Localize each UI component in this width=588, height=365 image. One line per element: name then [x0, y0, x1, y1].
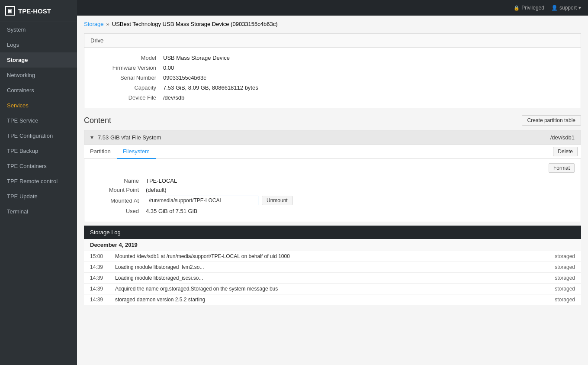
- drive-model-row: Model USB Mass Storage Device: [90, 53, 575, 63]
- log-source-1: storaged: [511, 262, 581, 273]
- drive-capacity-label: Capacity: [90, 83, 160, 93]
- fs-name-label: Name: [90, 176, 142, 185]
- log-message-3: Acquired the name org.storaged.Storaged …: [109, 284, 511, 294]
- log-time-1: 14:39: [84, 262, 109, 273]
- tab-bar: Partition Filesystem Delete: [84, 145, 581, 159]
- log-message-4: storaged daemon version 2.5.2 starting: [109, 294, 511, 305]
- log-entry-4: 14:39 storaged daemon version 2.5.2 star…: [84, 294, 581, 305]
- breadcrumb-device: USBest Technology USB Mass Storage Devic…: [112, 21, 278, 27]
- fs-mounted-at-row: Mounted At Unmount: [90, 194, 575, 207]
- user-menu[interactable]: 👤 support ▾: [551, 5, 581, 11]
- logo-icon: ▣: [5, 6, 15, 16]
- drive-capacity-value: 7.53 GiB, 8.09 GB, 8086618112 bytes: [160, 83, 575, 93]
- delete-button[interactable]: Delete: [553, 147, 578, 156]
- sidebar-item-storage[interactable]: Storage: [0, 52, 77, 68]
- mounted-at-input[interactable]: [146, 196, 258, 205]
- sidebar-item-networking[interactable]: Networking: [0, 68, 77, 83]
- privileged-label: Privileged: [521, 5, 544, 11]
- drive-model-label: Model: [90, 53, 160, 63]
- sidebar-item-system[interactable]: System: [0, 22, 77, 37]
- app-logo: ▣ TPE-HOST: [0, 0, 77, 22]
- storage-log-table: 15:00 Mounted /dev/sdb1 at /run/media/su…: [84, 251, 581, 305]
- storage-log-date: December 4, 2019: [84, 239, 581, 251]
- sidebar-item-tpe-containers[interactable]: TPE Containers: [0, 158, 77, 174]
- log-entry-1: 14:39 Loading module libstoraged_lvm2.so…: [84, 262, 581, 273]
- partition-row: ▾ 7.53 GiB vfat File System /dev/sdb1: [84, 130, 581, 145]
- user-icon: 👤: [551, 5, 558, 11]
- log-entry-0: 15:00 Mounted /dev/sdb1 at /run/media/su…: [84, 251, 581, 262]
- partition-details: Partition Filesystem Delete Format Name …: [84, 145, 581, 222]
- fs-mount-point-row: Mount Point (default): [90, 185, 575, 194]
- sidebar: ▣ TPE-HOST System Logs Storage Networkin…: [0, 0, 77, 365]
- sidebar-item-tpe-configuration[interactable]: TPE Configuration: [0, 128, 77, 143]
- format-button[interactable]: Format: [549, 163, 575, 173]
- sidebar-item-tpe-backup[interactable]: TPE Backup: [0, 143, 77, 158]
- sidebar-item-containers[interactable]: Containers: [0, 83, 77, 98]
- unmount-button[interactable]: Unmount: [262, 196, 292, 205]
- drive-card-header: Drive: [84, 34, 581, 48]
- fs-mount-point-label: Mount Point: [90, 185, 142, 194]
- log-message-0: Mounted /dev/sdb1 at /run/media/support/…: [109, 251, 511, 262]
- privileged-indicator: 🔒 Privileged: [514, 5, 544, 11]
- lock-icon: 🔒: [514, 5, 520, 11]
- sidebar-item-services[interactable]: Services: [0, 98, 77, 113]
- log-message-2: Loading module libstoraged_iscsi.so...: [109, 273, 511, 284]
- drive-serial-value: 09033155c4b63c: [160, 73, 575, 83]
- content-section-header: Content Create partition table: [84, 115, 581, 126]
- sidebar-item-terminal[interactable]: Terminal: [0, 204, 77, 219]
- log-message-1: Loading module libstoraged_lvm2.so...: [109, 262, 511, 273]
- log-time-3: 14:39: [84, 284, 109, 294]
- fs-used-value: 4.35 GiB of 7.51 GiB: [142, 207, 575, 216]
- fs-mount-point-value: (default): [142, 185, 575, 194]
- content-section: Content Create partition table ▾ 7.53 Gi…: [84, 115, 581, 305]
- log-entry-3: 14:39 Acquired the name org.storaged.Sto…: [84, 284, 581, 294]
- username-label: support: [559, 5, 577, 11]
- fs-mounted-at-label: Mounted At: [90, 194, 142, 207]
- filesystem-content: Format Name TPE-LOCAL Mount Point (defau…: [84, 159, 581, 222]
- breadcrumb-storage-link[interactable]: Storage: [84, 21, 104, 27]
- fs-used-label: Used: [90, 207, 142, 216]
- dropdown-arrow-icon: ▾: [578, 5, 581, 11]
- app-title: TPE-HOST: [18, 7, 51, 15]
- drive-model-value: USB Mass Storage Device: [160, 53, 575, 63]
- log-time-0: 15:00: [84, 251, 109, 262]
- tab-actions: Delete: [553, 147, 578, 156]
- log-source-2: storaged: [511, 273, 581, 284]
- log-source-0: storaged: [511, 251, 581, 262]
- sidebar-item-tpe-update[interactable]: TPE Update: [0, 189, 77, 204]
- tab-filesystem[interactable]: Filesystem: [117, 145, 156, 159]
- topbar: 🔒 Privileged 👤 support ▾: [77, 0, 588, 16]
- partition-dev: /dev/sdb1: [550, 134, 575, 141]
- fs-info-table: Name TPE-LOCAL Mount Point (default) Mou…: [90, 176, 575, 216]
- chevron-down-icon[interactable]: ▾: [90, 134, 93, 141]
- fs-name-row: Name TPE-LOCAL: [90, 176, 575, 185]
- log-source-3: storaged: [511, 284, 581, 294]
- breadcrumb-separator: »: [106, 21, 109, 27]
- log-time-2: 14:39: [84, 273, 109, 284]
- fs-used-row: Used 4.35 GiB of 7.51 GiB: [90, 207, 575, 216]
- tab-partition[interactable]: Partition: [84, 145, 117, 159]
- sidebar-item-tpe-remote-control[interactable]: TPE Remote control: [0, 174, 77, 189]
- drive-firmware-value: 0.00: [160, 63, 575, 73]
- drive-capacity-row: Capacity 7.53 GiB, 8.09 GB, 8086618112 b…: [90, 83, 575, 93]
- drive-device-file-value: /dev/sdb: [160, 93, 575, 103]
- sidebar-item-logs[interactable]: Logs: [0, 37, 77, 52]
- fs-actions: Format: [90, 163, 575, 173]
- main-area: 🔒 Privileged 👤 support ▾ Storage » USBes…: [77, 0, 588, 365]
- drive-card: Drive Model USB Mass Storage Device Firm…: [84, 33, 581, 108]
- content-section-title: Content: [84, 116, 111, 125]
- partition-info: 7.53 GiB vfat File System: [98, 134, 546, 141]
- mounted-at-cell: Unmount: [146, 196, 571, 205]
- content-area: Storage » USBest Technology USB Mass Sto…: [77, 16, 588, 365]
- sidebar-item-tpe-service[interactable]: TPE Service: [0, 113, 77, 128]
- breadcrumb: Storage » USBest Technology USB Mass Sto…: [84, 21, 581, 27]
- log-entry-2: 14:39 Loading module libstoraged_iscsi.s…: [84, 273, 581, 284]
- storage-log-header: Storage Log: [84, 226, 581, 239]
- sidebar-nav: System Logs Storage Networking Container…: [0, 22, 77, 365]
- drive-device-file-row: Device File /dev/sdb: [90, 93, 575, 103]
- fs-name-value: TPE-LOCAL: [142, 176, 575, 185]
- drive-serial-row: Serial Number 09033155c4b63c: [90, 73, 575, 83]
- drive-info-table: Model USB Mass Storage Device Firmware V…: [90, 53, 575, 103]
- create-partition-table-button[interactable]: Create partition table: [522, 115, 581, 126]
- log-source-4: storaged: [511, 294, 581, 305]
